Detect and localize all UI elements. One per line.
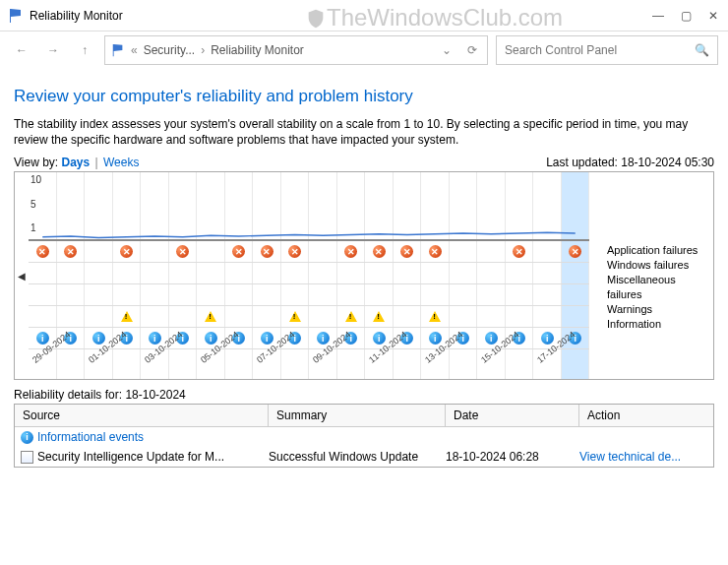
last-updated: Last updated: 18-10-2024 05:30	[546, 156, 714, 169]
error-icon: ✕	[569, 245, 581, 258]
warning-icon	[429, 311, 441, 322]
event-group[interactable]: i Informational events	[15, 427, 713, 447]
update-icon	[21, 451, 33, 464]
view-by: View by: Days | Weeks	[14, 156, 139, 169]
view-days-link[interactable]: Days	[61, 156, 90, 169]
close-button[interactable]: ✕	[706, 9, 720, 23]
nav-bar: ← → ↑ « Security... › Reliability Monito…	[0, 31, 728, 69]
forward-button[interactable]: →	[41, 38, 65, 62]
breadcrumb-item[interactable]: Security...	[144, 43, 195, 57]
col-date[interactable]: Date	[446, 405, 579, 426]
maximize-button[interactable]: ▢	[679, 9, 693, 23]
up-button[interactable]: ↑	[73, 38, 96, 62]
view-details-link[interactable]: View technical de...	[579, 450, 707, 464]
error-icon: ✕	[176, 245, 189, 258]
error-icon: ✕	[400, 245, 413, 258]
details-table: Source Summary Date Action i Information…	[14, 404, 714, 468]
error-icon: ✕	[429, 245, 442, 258]
breadcrumb[interactable]: « Security... › Reliability Monitor ⌄ ⟳	[104, 35, 488, 65]
info-icon: i	[21, 431, 33, 444]
error-icon: ✕	[64, 245, 77, 258]
details-header: Reliability details for: 18-10-2024	[14, 388, 714, 402]
flag-icon	[8, 8, 24, 24]
warning-icon	[289, 311, 301, 322]
stability-line	[29, 172, 589, 241]
window-title: Reliability Monitor	[30, 9, 651, 23]
refresh-button[interactable]: ⟳	[463, 38, 481, 62]
search-box[interactable]: 🔍	[496, 35, 718, 65]
search-input[interactable]	[505, 43, 695, 57]
error-icon: ✕	[232, 245, 245, 258]
col-summary[interactable]: Summary	[269, 405, 446, 426]
chart-scroll-left[interactable]: ◀	[15, 172, 29, 379]
col-source[interactable]: Source	[15, 405, 269, 426]
error-icon: ✕	[513, 245, 525, 258]
view-weeks-link[interactable]: Weeks	[103, 156, 139, 169]
page-title: Review your computer's reliability and p…	[14, 87, 714, 106]
error-icon: ✕	[373, 245, 386, 258]
warning-icon	[205, 311, 216, 322]
error-icon: ✕	[120, 245, 133, 258]
title-bar: Reliability Monitor — ▢ ✕	[0, 0, 728, 31]
breadcrumb-dropdown[interactable]: ⌄	[436, 43, 457, 57]
warning-icon	[345, 311, 357, 322]
minimize-button[interactable]: —	[651, 9, 665, 23]
search-icon[interactable]: 🔍	[695, 43, 709, 57]
flag-icon	[111, 43, 125, 57]
col-action[interactable]: Action	[579, 405, 713, 426]
page-description: The stability index assesses your system…	[14, 116, 714, 148]
error-icon: ✕	[344, 245, 357, 258]
error-icon: ✕	[261, 245, 273, 258]
y-axis: 1051	[30, 174, 41, 233]
reliability-chart: ◀ 1051 ✕✕✕✕✕✕✕✕✕✕✕✕✕iiiiiiiiiiiiiiiiiiii…	[14, 171, 714, 380]
warning-icon	[373, 311, 385, 322]
warning-icon	[121, 311, 133, 322]
error-icon: ✕	[288, 245, 301, 258]
breadcrumb-item[interactable]: Reliability Monitor	[211, 43, 304, 57]
event-row[interactable]: Security Intelligence Update for M... Su…	[15, 447, 713, 467]
back-button[interactable]: ←	[10, 38, 33, 62]
chart-legend: Application failures Windows failures Mi…	[603, 172, 713, 379]
error-icon: ✕	[36, 245, 49, 258]
